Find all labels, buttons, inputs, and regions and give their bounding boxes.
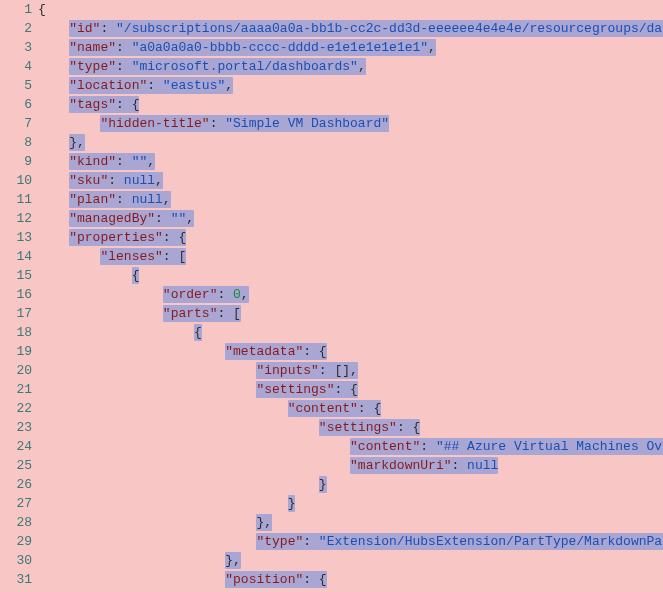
token-punc: : (116, 59, 132, 74)
code-line[interactable]: }, (38, 513, 663, 532)
line-number: 25 (0, 456, 32, 475)
code-line[interactable]: "settings": { (38, 418, 663, 437)
token-key: "markdownUri" (350, 458, 451, 473)
line-number: 30 (0, 551, 32, 570)
token-punc: : { (303, 344, 326, 359)
code-line[interactable]: "inputs": [], (38, 361, 663, 380)
code-line[interactable]: { (38, 323, 663, 342)
code-line[interactable]: { (38, 266, 663, 285)
token-key: "hidden-title" (100, 116, 209, 131)
code-line[interactable]: "properties": { (38, 228, 663, 247)
selection: }, (256, 514, 272, 531)
selection: "location": "eastus", (69, 77, 233, 94)
line-number: 6 (0, 95, 32, 114)
line-number: 23 (0, 418, 32, 437)
selection: "content": { (288, 400, 382, 417)
token-key: "plan" (69, 192, 116, 207)
token-punc: : (451, 458, 467, 473)
token-punc: , (186, 211, 194, 226)
token-nul: null (124, 173, 155, 188)
selection: "id": "/subscriptions/aaaa0a0a-bb1b-cc2c… (69, 20, 663, 37)
code-line[interactable]: "hidden-title": "Simple VM Dashboard" (38, 114, 663, 133)
code-line[interactable]: "metadata": { (38, 342, 663, 361)
code-line[interactable]: "content": "## Azure Virtual Machines Ov… (38, 437, 663, 456)
line-number: 11 (0, 190, 32, 209)
token-key: "properties" (69, 230, 163, 245)
code-editor[interactable]: 1234567891011121314151617181920212223242… (0, 0, 663, 592)
code-line[interactable]: "id": "/subscriptions/aaaa0a0a-bb1b-cc2c… (38, 19, 663, 38)
code-line[interactable]: "kind": "", (38, 152, 663, 171)
selection: "kind": "", (69, 153, 155, 170)
code-line[interactable]: "order": 0, (38, 285, 663, 304)
code-line[interactable]: "name": "a0a0a0a0-bbbb-cccc-dddd-e1e1e1e… (38, 38, 663, 57)
token-str: "/subscriptions/aaaa0a0a-bb1b-cc2c-dd3d-… (116, 21, 663, 36)
selection: "plan": null, (69, 191, 170, 208)
selection: "content": "## Azure Virtual Machines Ov… (350, 438, 663, 455)
token-str: "Extension/HubsExtension/PartType/Markdo… (319, 534, 663, 549)
token-punc: : (303, 534, 319, 549)
token-nul: null (467, 458, 498, 473)
token-key: "type" (256, 534, 303, 549)
line-number: 31 (0, 570, 32, 589)
code-line[interactable]: { (38, 0, 663, 19)
line-number: 1 (0, 0, 32, 19)
token-punc: : (116, 40, 132, 55)
selection: }, (69, 134, 85, 151)
code-line[interactable]: "tags": { (38, 95, 663, 114)
line-number: 24 (0, 437, 32, 456)
code-line[interactable]: "settings": { (38, 380, 663, 399)
token-key: "lenses" (100, 249, 162, 264)
selection: "managedBy": "", (69, 210, 194, 227)
code-line[interactable]: "managedBy": "", (38, 209, 663, 228)
code-line[interactable]: "sku": null, (38, 171, 663, 190)
line-number: 9 (0, 152, 32, 171)
token-key: "id" (69, 21, 100, 36)
code-line[interactable]: "position": { (38, 570, 663, 589)
token-key: "location" (69, 78, 147, 93)
line-number: 17 (0, 304, 32, 323)
token-key: "sku" (69, 173, 108, 188)
line-number: 13 (0, 228, 32, 247)
line-number: 5 (0, 76, 32, 95)
code-line[interactable]: "parts": [ (38, 304, 663, 323)
code-line[interactable]: "type": "Extension/HubsExtension/PartTyp… (38, 532, 663, 551)
line-number: 20 (0, 361, 32, 380)
line-number: 2 (0, 19, 32, 38)
code-line[interactable]: }, (38, 551, 663, 570)
token-key: "kind" (69, 154, 116, 169)
code-line[interactable]: "location": "eastus", (38, 76, 663, 95)
line-number: 18 (0, 323, 32, 342)
token-punc: : (155, 211, 171, 226)
code-line[interactable]: "markdownUri": null (38, 456, 663, 475)
line-number: 4 (0, 57, 32, 76)
selection: { (194, 324, 202, 341)
token-key: "position" (225, 572, 303, 587)
token-punc: : { (358, 401, 381, 416)
token-punc: : { (303, 572, 326, 587)
token-punc: : { (397, 420, 420, 435)
token-str: "" (171, 211, 187, 226)
token-punc: : (217, 287, 233, 302)
token-str: "a0a0a0a0-bbbb-cccc-dddd-e1e1e1e1e1e1" (132, 40, 428, 55)
selection: } (288, 495, 296, 512)
token-key: "settings" (256, 382, 334, 397)
token-punc: : [], (319, 363, 358, 378)
code-line[interactable]: "type": "microsoft.portal/dashboards", (38, 57, 663, 76)
selection: "settings": { (319, 419, 420, 436)
token-punc: { (132, 268, 140, 283)
token-punc: } (288, 496, 296, 511)
token-key: "order" (163, 287, 218, 302)
code-line[interactable]: } (38, 475, 663, 494)
token-punc: : (210, 116, 226, 131)
code-line[interactable]: } (38, 494, 663, 513)
token-str: "## Azure Virtual Machines Over (436, 439, 663, 454)
token-punc: { (194, 325, 202, 340)
token-punc: }, (69, 135, 85, 150)
code-line[interactable]: "content": { (38, 399, 663, 418)
token-punc: : (420, 439, 436, 454)
token-num: 0 (233, 287, 241, 302)
code-line[interactable]: }, (38, 133, 663, 152)
code-line[interactable]: "plan": null, (38, 190, 663, 209)
code-line[interactable]: "lenses": [ (38, 247, 663, 266)
code-content[interactable]: { "id": "/subscriptions/aaaa0a0a-bb1b-cc… (38, 0, 663, 592)
